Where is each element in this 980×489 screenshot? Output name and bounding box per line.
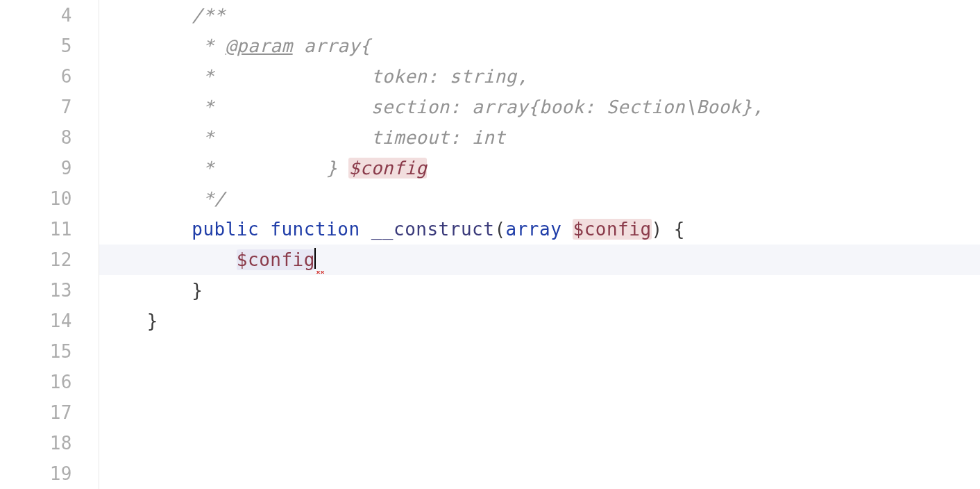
code-line[interactable]: */ (99, 183, 980, 214)
token-keyword: public (192, 219, 259, 240)
code-line[interactable] (99, 336, 980, 367)
line-number: 12 (0, 244, 72, 275)
token-doctag: @param (226, 35, 293, 56)
line-number: 7 (0, 92, 72, 122)
code-line[interactable]: * timeout: int (99, 122, 980, 153)
token-punct: ( (494, 219, 505, 240)
line-number: 13 (0, 275, 72, 306)
code-line[interactable] (99, 428, 980, 458)
code-line[interactable]: * } $config (99, 153, 980, 183)
token-comment: array{ (293, 35, 371, 56)
token-var-highlight: $config (573, 219, 651, 240)
token-punct (360, 219, 371, 240)
line-number: 8 (0, 122, 72, 153)
token-type: array (506, 219, 562, 240)
line-number: 11 (0, 214, 72, 244)
line-number: 18 (0, 428, 72, 458)
code-line[interactable]: * section: array{book: Section\Book}, (99, 92, 980, 122)
code-line[interactable]: public function __construct(array $confi… (99, 214, 980, 244)
line-number: 14 (0, 306, 72, 336)
line-number: 16 (0, 367, 72, 397)
line-number: 15 (0, 336, 72, 367)
token-punct (259, 219, 270, 240)
token-punct: } (192, 280, 203, 301)
line-number: 4 (0, 0, 72, 31)
code-line[interactable]: /** (99, 0, 980, 31)
token-punct (561, 219, 573, 240)
token-punct: ) { (652, 219, 685, 240)
token-comment: * } (203, 158, 348, 179)
code-line[interactable] (99, 397, 980, 428)
token-comment: /** (192, 5, 225, 26)
code-line[interactable] (99, 367, 980, 397)
code-line[interactable]: * @param array{ (99, 31, 980, 61)
token-comment: * token: string, (203, 66, 527, 87)
text-cursor (314, 248, 316, 269)
line-number: 6 (0, 61, 72, 92)
token-func-name: __construct (371, 219, 495, 240)
code-line[interactable] (99, 458, 980, 489)
token-doc-var: $config (348, 158, 427, 179)
error-squiggle-icon (316, 244, 328, 275)
line-number: 19 (0, 458, 72, 489)
code-editor[interactable]: 45678910111213141516171819 /** * @param … (0, 0, 980, 489)
code-content[interactable]: /** * @param array{ * token: string, * s… (99, 0, 980, 489)
code-line[interactable]: } (99, 306, 980, 336)
line-number-gutter: 45678910111213141516171819 (0, 0, 99, 489)
token-var: $config (237, 249, 315, 270)
token-punct: } (147, 310, 158, 331)
line-number: 9 (0, 153, 72, 183)
token-keyword: function (270, 219, 360, 240)
token-comment: */ (203, 188, 225, 209)
token-comment: * (203, 35, 225, 56)
code-line[interactable]: } (99, 275, 980, 306)
token-comment: * timeout: int (203, 127, 505, 148)
code-line[interactable]: $config (99, 244, 980, 275)
token-comment: * section: array{book: Section\Book}, (203, 97, 763, 117)
line-number: 5 (0, 31, 72, 61)
line-number: 17 (0, 397, 72, 428)
code-line[interactable]: * token: string, (99, 61, 980, 92)
line-number: 10 (0, 183, 72, 214)
